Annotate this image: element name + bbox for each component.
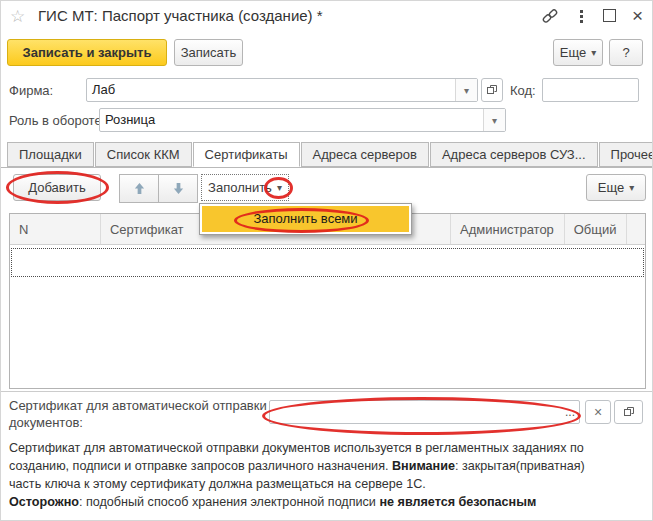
tab-bar: Площадки Список ККМ Сертификаты Адреса с…	[7, 142, 653, 167]
auto-cert-value	[270, 401, 561, 423]
window-title: ГИС МТ: Паспорт участника (создание) *	[38, 7, 323, 24]
fill-dropdown-menu: Заполнить всеми	[199, 203, 412, 235]
info-text: Сертификат для автоматической отправки д…	[9, 439, 585, 511]
clear-icon[interactable]: ×	[585, 400, 611, 424]
firm-open-icon[interactable]	[481, 78, 503, 102]
firm-value: Лаб	[87, 79, 455, 101]
move-buttons	[119, 174, 198, 203]
maximize-icon[interactable]	[603, 9, 616, 22]
code-input[interactable]	[542, 78, 639, 102]
firm-dropdown-icon[interactable]	[455, 79, 477, 101]
firm-combo[interactable]: Лаб	[86, 78, 478, 102]
auto-cert-input[interactable]: ...	[269, 400, 580, 424]
role-dropdown-icon[interactable]	[483, 109, 505, 131]
table-empty-focused-row[interactable]	[11, 248, 644, 277]
save-button[interactable]: Записать	[174, 39, 243, 66]
form-more-button[interactable]: Еще	[553, 39, 603, 66]
move-up-icon[interactable]	[119, 174, 159, 203]
column-header-administrator[interactable]: Администратор	[451, 214, 565, 244]
move-down-icon[interactable]	[158, 174, 198, 203]
tab-prochee[interactable]: Прочее	[599, 142, 653, 167]
panel-more-button[interactable]: Еще	[586, 174, 646, 201]
code-label: Код:	[510, 83, 536, 98]
menu-item-fill-all[interactable]: Заполнить всеми	[202, 206, 409, 232]
section-divider	[1, 391, 653, 392]
role-value: Розница	[100, 109, 483, 131]
role-label: Роль в обороте:	[9, 113, 105, 128]
column-header-common[interactable]: Общий	[565, 214, 627, 244]
tab-spisok-kkm[interactable]: Список ККМ	[95, 142, 192, 167]
save-and-close-button[interactable]: Записать и закрыть	[7, 39, 167, 66]
auto-cert-open-icon[interactable]	[614, 400, 643, 424]
form-window: ☆ ГИС МТ: Паспорт участника (создание) *…	[0, 0, 653, 521]
more-menu-icon[interactable]	[576, 7, 586, 25]
link-icon[interactable]	[541, 7, 559, 25]
column-header-n[interactable]: N	[10, 214, 101, 244]
role-combo[interactable]: Розница	[99, 108, 506, 132]
tab-adresa-serverov-suz[interactable]: Адреса серверов СУЗ...	[430, 142, 598, 167]
tab-ploshchadki[interactable]: Площадки	[7, 142, 94, 167]
auto-cert-label: Сертификат для автоматической отправки д…	[9, 397, 267, 431]
fill-button[interactable]: Заполнить	[201, 174, 289, 201]
tab-adresa-serverov[interactable]: Адреса серверов	[301, 142, 429, 167]
certificates-table[interactable]: N Сертификат Администратор Общий	[9, 213, 646, 389]
close-icon[interactable]: ×	[632, 9, 643, 23]
favorite-star-icon[interactable]: ☆	[10, 6, 25, 27]
tab-divider	[1, 167, 653, 168]
tab-sertifikaty[interactable]: Сертификаты	[193, 142, 300, 167]
help-button[interactable]: ?	[609, 39, 643, 66]
firm-label: Фирма:	[9, 83, 53, 98]
add-button[interactable]: Добавить	[13, 174, 101, 201]
choose-dots-icon[interactable]: ...	[561, 401, 579, 423]
